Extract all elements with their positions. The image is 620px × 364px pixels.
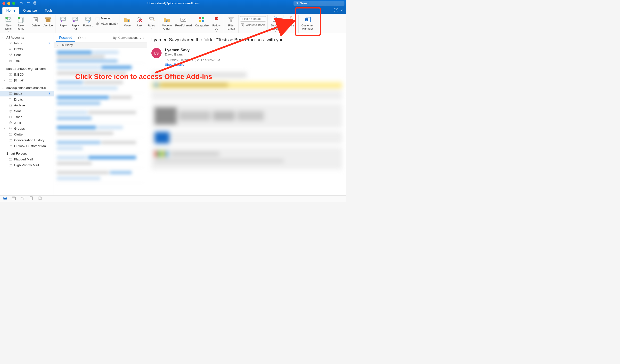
forward-button[interactable]: Forward bbox=[81, 15, 95, 28]
notes-nav-icon[interactable] bbox=[38, 196, 42, 201]
address-book-button[interactable]: Address Book bbox=[240, 23, 265, 27]
reply-button[interactable]: Reply bbox=[57, 15, 69, 28]
message-list: Focused Other By: Conversations ⌄ ↓ ⌄Thu… bbox=[54, 33, 147, 195]
archive-button[interactable]: Archive bbox=[42, 15, 54, 28]
sidebar-item-all-inbox[interactable]: Inbox7 bbox=[0, 40, 54, 46]
trash-icon bbox=[32, 16, 40, 24]
day-header[interactable]: ⌄Thursday bbox=[54, 43, 147, 48]
sidebar-item-pldco-trash[interactable]: Trash bbox=[0, 114, 54, 120]
message-list-body[interactable] bbox=[54, 48, 147, 195]
svg-line-4 bbox=[297, 4, 298, 4]
sidebar-account-all[interactable]: ⌄All Accounts bbox=[0, 35, 54, 40]
tasks-nav-icon[interactable] bbox=[29, 196, 33, 201]
tab-organize[interactable]: Organize bbox=[19, 7, 41, 14]
read-unread-icon bbox=[180, 16, 187, 24]
svg-point-56 bbox=[21, 197, 23, 198]
move-button[interactable]: Move▾ bbox=[121, 15, 133, 29]
tab-other[interactable]: Other bbox=[75, 34, 90, 42]
sidebar-item-pldco-sent[interactable]: Sent bbox=[0, 108, 54, 114]
sent-icon bbox=[8, 53, 13, 57]
email-body-blurred bbox=[151, 73, 342, 169]
svg-line-28 bbox=[140, 20, 142, 22]
zoom-window-icon[interactable] bbox=[12, 2, 15, 5]
window-controls[interactable] bbox=[2, 2, 15, 5]
svg-point-37 bbox=[242, 24, 243, 26]
sidebar-item-pldco-archive[interactable]: Archive bbox=[0, 102, 54, 108]
main-content: ⌄All Accounts Inbox7 Drafts Sent Trash ⌄… bbox=[0, 33, 346, 195]
svg-rect-34 bbox=[199, 20, 201, 22]
redo-icon[interactable] bbox=[26, 1, 30, 6]
sidebar-item-all-drafts[interactable]: Drafts bbox=[0, 46, 54, 52]
sidebar-item-pldco-drafts[interactable]: Drafts bbox=[0, 96, 54, 102]
attachment-button[interactable]: Attachment ▾ bbox=[95, 22, 118, 26]
svg-line-47 bbox=[10, 122, 11, 124]
message-list-header: Focused Other By: Conversations ⌄ ↓ bbox=[54, 33, 147, 43]
help-icon[interactable]: ? bbox=[334, 8, 338, 12]
junk-button[interactable]: Junk▾ bbox=[133, 15, 145, 29]
junk-icon bbox=[135, 16, 143, 24]
window-title: Inbox • david@pldco.onmicrosoft.com bbox=[147, 1, 200, 5]
people-nav-icon[interactable] bbox=[20, 196, 25, 201]
undo-icon[interactable] bbox=[19, 1, 23, 6]
sidebar-account-gmail[interactable]: ⌄baarstron5000@gmail.com bbox=[0, 66, 54, 72]
sidebar-item-pldco-groups[interactable]: ›Groups bbox=[0, 126, 54, 131]
store-button[interactable]: Store bbox=[285, 15, 297, 28]
calendar-nav-icon[interactable] bbox=[12, 196, 16, 201]
collapse-ribbon-icon[interactable] bbox=[341, 9, 344, 13]
follow-up-button[interactable]: Follow Up▾ bbox=[211, 15, 222, 33]
sidebar-item-highpri[interactable]: High Priority Mail bbox=[0, 162, 54, 168]
new-email-button[interactable]: + New Email▾ bbox=[3, 15, 15, 33]
svg-rect-24 bbox=[96, 17, 99, 20]
send-receive-icon bbox=[272, 16, 279, 24]
search-input[interactable]: Search bbox=[294, 1, 344, 6]
funnel-icon bbox=[227, 16, 235, 24]
email-subject: Lyamen Savy shared the folder "Tests & B… bbox=[151, 37, 342, 43]
print-icon[interactable] bbox=[33, 1, 37, 6]
svg-rect-51 bbox=[12, 197, 16, 200]
rules-button[interactable]: Rules▾ bbox=[146, 15, 157, 29]
archive-icon bbox=[44, 16, 52, 24]
new-items-button[interactable]: + New Items▾ bbox=[15, 15, 27, 33]
move-to-other-button[interactable]: Move to Other bbox=[160, 15, 173, 31]
svg-rect-38 bbox=[273, 18, 278, 22]
send-receive-button[interactable]: Send & Receive▾ bbox=[269, 15, 282, 33]
titlebar: Inbox • david@pldco.onmicrosoft.com Sear… bbox=[0, 0, 346, 7]
svg-rect-31 bbox=[181, 18, 186, 22]
svg-text:C: C bbox=[305, 19, 307, 21]
tab-tools[interactable]: Tools bbox=[41, 7, 57, 14]
inbox-icon bbox=[8, 41, 13, 45]
sidebar-item-pldco-convhist[interactable]: Conversation History bbox=[0, 137, 54, 143]
close-window-icon[interactable] bbox=[2, 2, 5, 5]
folder-icon bbox=[8, 138, 13, 142]
read-unread-button[interactable]: Read/Unread bbox=[174, 15, 193, 28]
sidebar-item-gmail-inbox[interactable]: INBOX bbox=[0, 72, 54, 77]
sidebar-item-gmail-folder[interactable]: ›[Gmail] bbox=[0, 77, 54, 83]
delete-button[interactable]: Delete bbox=[30, 15, 42, 28]
customer-manager-button[interactable]: C Customer Manager bbox=[300, 15, 315, 31]
sort-dropdown[interactable]: By: Conversations ⌄ ↓ bbox=[113, 36, 144, 40]
sidebar-item-pldco-junk[interactable]: Junk bbox=[0, 120, 54, 126]
sidebar-account-pldco[interactable]: ⌄david@pldco.onmicrosoft.c... bbox=[0, 85, 54, 91]
sidebar-item-pldco-clutter[interactable]: Clutter bbox=[0, 131, 54, 137]
tab-home[interactable]: Home bbox=[2, 7, 19, 14]
sidebar-item-all-trash[interactable]: Trash bbox=[0, 58, 54, 63]
inbox-icon bbox=[8, 92, 13, 95]
categorize-button[interactable]: Categorize▾ bbox=[194, 15, 210, 29]
sidebar-item-pldco-ocm[interactable]: Outlook Customer Ma... bbox=[0, 143, 54, 149]
show-details-link[interactable]: Show Details bbox=[165, 63, 184, 66]
rules-icon bbox=[147, 16, 155, 24]
find-contact-input[interactable] bbox=[240, 16, 266, 22]
reply-icon bbox=[59, 16, 67, 24]
categorize-icon bbox=[198, 16, 206, 24]
tab-focused[interactable]: Focused bbox=[56, 34, 75, 42]
meeting-button[interactable]: Meeting bbox=[95, 16, 118, 21]
filter-email-button[interactable]: Filter Email▾ bbox=[225, 15, 237, 33]
reading-pane: Lyamen Savy shared the folder "Tests & B… bbox=[147, 33, 346, 195]
minimize-window-icon[interactable] bbox=[7, 2, 10, 5]
reply-all-button[interactable]: Reply All bbox=[69, 15, 81, 31]
sidebar-smart-folders[interactable]: ⌄Smart Folders bbox=[0, 151, 54, 156]
sidebar-item-flagged[interactable]: Flagged Mail bbox=[0, 156, 54, 162]
mail-nav-icon[interactable] bbox=[3, 196, 7, 201]
sidebar-item-all-sent[interactable]: Sent bbox=[0, 52, 54, 58]
sidebar-item-pldco-inbox[interactable]: Inbox7 bbox=[0, 91, 54, 96]
